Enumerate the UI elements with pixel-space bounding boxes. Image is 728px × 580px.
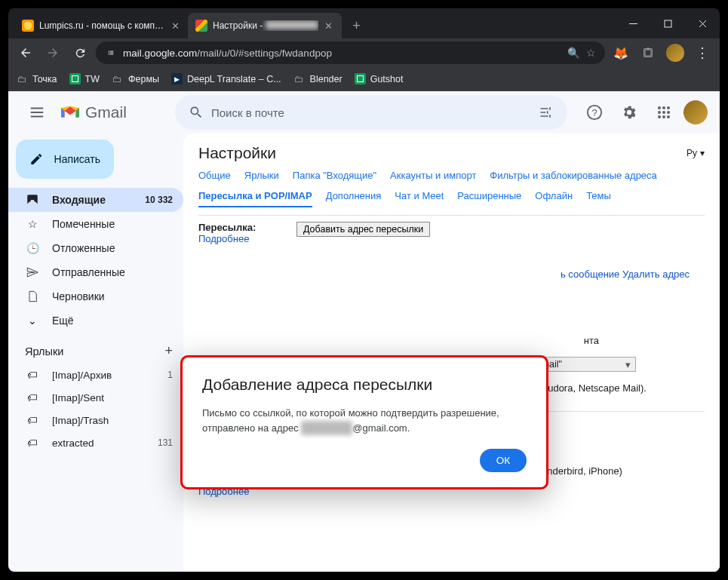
text-fragment: нта xyxy=(584,335,599,346)
maximize-button[interactable] xyxy=(650,8,685,38)
label-item[interactable]: 🏷[Imap]/Sent xyxy=(8,386,183,409)
site-info-icon[interactable] xyxy=(105,47,117,59)
delete-address-link[interactable]: Удалить адрес xyxy=(622,269,690,280)
ok-button[interactable]: ОК xyxy=(480,449,527,472)
bookmark-item[interactable]: TW xyxy=(69,73,100,84)
avatar[interactable] xyxy=(683,100,708,124)
pencil-icon xyxy=(29,152,44,167)
favicon-gmail xyxy=(195,20,207,32)
nav-label: Входящие xyxy=(52,194,106,206)
folder-icon: 🗀 xyxy=(293,73,306,85)
search-bar[interactable]: Поиск в почте xyxy=(175,95,567,130)
label-item[interactable]: 🏷[Imap]/Trash xyxy=(8,409,183,431)
settings-tab[interactable]: Фильтры и заблокированные адреса xyxy=(490,170,656,186)
bookmark-item[interactable]: ▶DeepL Translate – C... xyxy=(171,73,281,84)
label-icon: 🏷 xyxy=(25,367,40,382)
link[interactable]: ь сообщение xyxy=(561,269,619,280)
forwarding-confirm-modal: Добавление адреса пересылки Письмо со сс… xyxy=(180,355,548,489)
gmail-logo-text: Gmail xyxy=(85,103,127,121)
svg-point-9 xyxy=(667,111,670,114)
favicon-lumpics xyxy=(22,20,34,32)
chevron-down-icon: ⌄ xyxy=(25,313,40,328)
settings-tab[interactable]: Папка "Входящие" xyxy=(293,170,376,186)
svg-point-7 xyxy=(658,111,661,114)
back-button[interactable] xyxy=(14,41,37,64)
bookmark-item[interactable]: 🗀Фермы xyxy=(112,73,159,85)
settings-title: Настройки xyxy=(198,144,276,162)
settings-tab[interactable]: Офлайн xyxy=(535,190,573,207)
extension-metamask-icon[interactable]: 🦊 xyxy=(610,41,632,64)
nav-drafts[interactable]: Черновики xyxy=(8,284,183,308)
gear-icon[interactable] xyxy=(614,97,644,127)
folder-icon: 🗀 xyxy=(112,73,124,85)
svg-rect-1 xyxy=(647,48,650,50)
browser-tab-lumpics[interactable]: Lumpics.ru - помощь с компью ✕ xyxy=(14,13,188,38)
bookmark-item[interactable]: Gutshot xyxy=(355,73,404,84)
labels-header: Ярлыки+ xyxy=(8,333,183,364)
star-icon[interactable]: ☆ xyxy=(586,47,596,59)
browser-avatar[interactable] xyxy=(664,41,687,64)
svg-point-11 xyxy=(662,115,665,118)
apps-icon[interactable] xyxy=(649,97,679,127)
nav-inbox[interactable]: Входящие10 332 xyxy=(8,188,183,212)
add-forwarding-address-button[interactable]: Добавить адрес пересылки xyxy=(296,222,430,237)
zoom-icon[interactable]: 🔍 xyxy=(567,47,580,59)
settings-tab[interactable]: Ярлыки xyxy=(244,170,279,186)
sidebar: Написать Входящие10 332 ☆Помеченные 🕒Отл… xyxy=(8,133,183,572)
nav-label: Помеченные xyxy=(52,218,115,230)
label-icon: 🏷 xyxy=(25,390,40,405)
tab-title: Настройки - xxxxxxxxxx xyxy=(213,20,318,31)
settings-tab[interactable]: Темы xyxy=(586,190,611,207)
settings-tab[interactable]: Дополнения xyxy=(326,190,382,207)
add-label-button[interactable]: + xyxy=(164,343,173,359)
minimize-button[interactable] xyxy=(616,8,650,38)
compose-button[interactable]: Написать xyxy=(16,140,114,179)
nav-snoozed[interactable]: 🕒Отложенные xyxy=(8,236,183,260)
label-text: [Imap]/Trash xyxy=(52,415,109,426)
settings-tab[interactable]: Расширенные xyxy=(457,190,521,207)
nav-more[interactable]: ⌄Ещё xyxy=(8,308,183,333)
address-bar[interactable]: mail.google.com/mail/u/0/#settings/fwdan… xyxy=(96,41,605,64)
nav-sent[interactable]: Отправленные xyxy=(8,260,183,284)
browser-tab-gmail[interactable]: Настройки - xxxxxxxxxx ✕ xyxy=(188,13,342,38)
settings-tab[interactable]: Общие xyxy=(198,170,231,186)
close-window-button[interactable] xyxy=(685,8,720,38)
settings-tab[interactable]: Аккаунты и импорт xyxy=(390,170,476,186)
close-icon[interactable]: ✕ xyxy=(324,20,334,31)
draft-icon xyxy=(25,289,40,304)
star-icon: ☆ xyxy=(25,216,40,232)
nav-label: Отправленные xyxy=(52,266,125,278)
search-icon[interactable] xyxy=(181,105,211,120)
gmail-logo[interactable]: Gmail xyxy=(60,103,169,121)
inbox-icon xyxy=(25,192,40,207)
label-icon: 🏷 xyxy=(25,435,40,450)
forward-button[interactable] xyxy=(41,41,64,64)
browser-menu-button[interactable]: ⋮ xyxy=(691,41,714,64)
modal-text: Письмо со ссылкой, по которой можно подт… xyxy=(202,406,527,435)
lang-select[interactable]: Ру ▾ xyxy=(687,148,705,158)
new-tab-button[interactable]: + xyxy=(346,15,367,36)
search-input[interactable]: Поиск в почте xyxy=(211,106,531,119)
settings-tab[interactable]: Чат и Meet xyxy=(395,190,444,207)
nav-starred[interactable]: ☆Помеченные xyxy=(8,212,183,236)
send-icon xyxy=(25,265,40,280)
close-icon[interactable]: ✕ xyxy=(170,20,180,31)
label-count: 1 xyxy=(167,370,173,380)
label-text: extracted xyxy=(52,437,94,449)
bookmarks-bar: 🗀Точка TW 🗀Фермы ▶DeepL Translate – C...… xyxy=(8,67,720,91)
label-item[interactable]: 🏷extracted131 xyxy=(8,431,183,454)
learn-more-link[interactable]: Подробнее xyxy=(198,233,249,244)
main-menu-button[interactable] xyxy=(20,96,54,129)
extension-icon[interactable] xyxy=(637,41,659,64)
label-item[interactable]: 🏷[Imap]/Архив1 xyxy=(8,364,183,386)
tune-icon[interactable] xyxy=(531,105,561,120)
reload-button[interactable] xyxy=(69,41,91,64)
nav-label: Ещё xyxy=(52,315,74,327)
settings-tab-forwarding[interactable]: Пересылка и POP/IMAP xyxy=(198,190,312,207)
svg-point-10 xyxy=(658,115,661,118)
bookmark-item[interactable]: 🗀Точка xyxy=(16,73,57,85)
bookmark-item[interactable]: 🗀Blender xyxy=(293,73,342,85)
nav-label: Отложенные xyxy=(52,242,115,254)
help-icon[interactable]: ? xyxy=(579,97,610,127)
sheets-icon xyxy=(355,73,366,84)
